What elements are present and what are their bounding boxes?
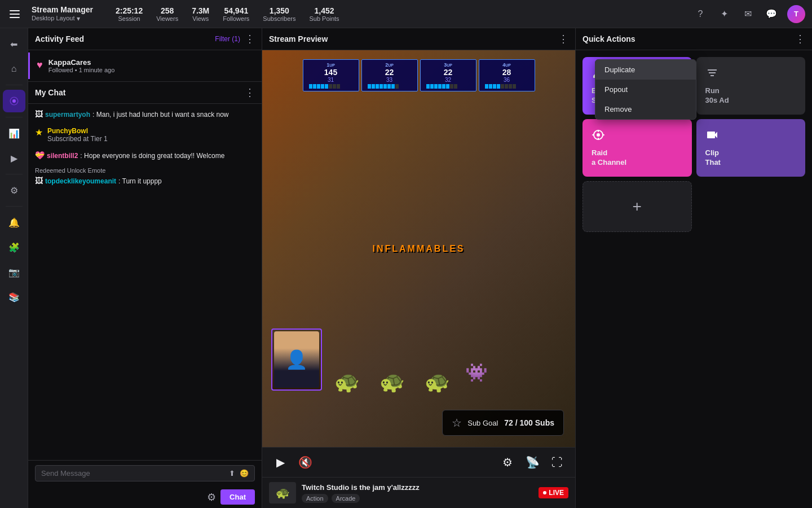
qa-card-clip[interactable]: ClipThat xyxy=(696,119,806,177)
cast-button[interactable]: 📡 xyxy=(523,453,541,471)
chat-send-button[interactable]: Chat xyxy=(220,489,255,505)
nav-stat-label: Session xyxy=(118,15,140,22)
qa-card-add[interactable]: + xyxy=(582,181,692,232)
sub-goal-overlay: ☆ Sub Goal 72 / 100 Subs xyxy=(442,410,564,436)
run-ad-label: Run30s Ad xyxy=(705,86,797,106)
chat-icon[interactable]: 💬 xyxy=(764,6,779,22)
sidebar-item-video[interactable]: ▶ xyxy=(3,147,25,169)
nav-stat: 258 Viewers xyxy=(156,6,178,22)
stream-preview-panel: Stream Preview ⋮ Duplicate Popout Remove… xyxy=(262,28,575,508)
raid-icon xyxy=(592,128,683,145)
nav-right: ? ✦ ✉ 💬 T xyxy=(692,5,805,23)
nav-stat-value: 54,941 xyxy=(224,6,248,15)
raid-label: Raida Channel xyxy=(592,148,683,168)
redeem-label: Redeemed Unlock Emote xyxy=(35,166,255,175)
nav-stat-label: Viewers xyxy=(156,15,178,22)
chat-settings-button[interactable]: ⚙ xyxy=(207,491,216,503)
turtle-2: 🐢 xyxy=(375,362,409,402)
play-button[interactable]: ▶ xyxy=(271,453,289,471)
heart-icon: ♥ xyxy=(37,59,43,71)
sidebar-item-extensions[interactable]: 🧩 xyxy=(3,236,25,259)
sidebar-item-notifications[interactable]: 🔔 xyxy=(3,211,25,234)
dropdown-item-popout[interactable]: Popout xyxy=(595,80,696,99)
stream-preview-title: Stream Preview xyxy=(269,34,554,43)
activity-item-name: KappaCares xyxy=(48,58,255,67)
live-dot-icon xyxy=(543,491,546,494)
settings-button[interactable]: ⚙ xyxy=(498,453,517,471)
dropdown-arrow-icon[interactable]: ▾ xyxy=(77,15,80,23)
sidebar-item-settings[interactable]: ⚙ xyxy=(3,179,25,202)
quick-actions-header: Quick Actions ⋮ xyxy=(576,28,812,50)
help-icon[interactable]: ? xyxy=(692,6,708,22)
nav-stat: 1,452 Sub Points xyxy=(309,6,339,22)
clip-icon xyxy=(705,128,797,145)
qa-card-run-ad[interactable]: Run30s Ad xyxy=(696,57,806,115)
stream-thumbnail: 🐢 xyxy=(269,482,296,503)
chat-expand-icon[interactable]: ⬆ xyxy=(229,469,235,478)
chat-input-icons: ⬆ 😊 xyxy=(229,469,249,478)
volume-button[interactable]: 🔇 xyxy=(296,453,314,471)
my-chat-panel: My Chat ⋮ 🖼 supermartyoh: Man, i just ha… xyxy=(28,81,262,508)
sidebar-item-home[interactable]: ⬅ xyxy=(3,33,25,55)
nav-stat-value: 7.3M xyxy=(192,6,209,15)
sidebar-item-camera[interactable]: 📷 xyxy=(3,261,25,283)
chat-redeem-event: Redeemed Unlock Emote 🖼 topdecklikeyoume… xyxy=(35,166,255,187)
sidebar-item-dashboard[interactable]: ⌂ xyxy=(3,58,25,80)
stream-tag-arcade[interactable]: Arcade xyxy=(332,494,360,503)
fullscreen-button[interactable]: ⛶ xyxy=(548,453,566,471)
chat-text-4: Turn it upppp xyxy=(122,177,162,185)
main-layout: ⬅ ⌂ 📊 ▶ ⚙ 🔔 🧩 📷 📚 Activity Feed Filter (… xyxy=(0,28,812,508)
sidebar-item-analytics[interactable]: 📊 xyxy=(3,122,25,144)
nav-stat-value: 1,452 xyxy=(315,6,334,15)
nav-stat-value: 258 xyxy=(161,6,174,15)
stream-info-text: Twitch Studio is the jam y'allzzzzz Acti… xyxy=(302,483,533,503)
activity-item-detail: Followed • 1 minute ago xyxy=(48,67,255,73)
magic-icon[interactable]: ✦ xyxy=(716,6,732,22)
game-scoreboard: 1UP 145 31 2UP 22 33 xyxy=(303,59,535,91)
qa-card-raid[interactable]: Raida Channel xyxy=(582,119,692,177)
stream-tag-action[interactable]: Action xyxy=(302,494,328,503)
nav-stat-label: Sub Points xyxy=(309,15,339,22)
star-icon: ★ xyxy=(35,127,43,138)
activity-menu-button[interactable]: ⋮ xyxy=(245,34,255,44)
nav-stat: 7.3M Views xyxy=(192,6,209,22)
chat-username-3: silentbill2 xyxy=(47,151,78,161)
stream-preview-menu-button[interactable]: ⋮ xyxy=(558,34,568,44)
user-avatar[interactable]: T xyxy=(787,5,805,23)
chat-bottom-bar: ⚙ Chat xyxy=(28,486,262,508)
sidebar-divider-4 xyxy=(6,206,23,207)
game-enemy: 👾 xyxy=(462,354,491,391)
chat-input-wrapper: ⬆ 😊 xyxy=(35,465,255,481)
chat-input[interactable] xyxy=(41,469,224,478)
score-player-3: 3UP 22 32 xyxy=(420,59,476,91)
sub-goal-text: Sub Goal 72 / 100 Subs xyxy=(467,418,554,427)
sidebar-item-stream[interactable] xyxy=(3,90,25,112)
activity-filter-button[interactable]: Filter (1) xyxy=(215,35,240,43)
chat-text-1: Man, i just had lunch but i want a snack… xyxy=(96,111,229,119)
mail-icon[interactable]: ✉ xyxy=(740,6,756,22)
sidebar-item-docs[interactable]: 📚 xyxy=(3,286,25,308)
dropdown-item-remove[interactable]: Remove xyxy=(595,99,696,119)
stream-video-area: 1UP 145 31 2UP 22 33 xyxy=(262,50,575,447)
turtle-1: 🐢 xyxy=(330,362,364,402)
nav-stat-label: Subscribers xyxy=(263,15,295,22)
activity-feed-title: Activity Feed xyxy=(35,34,210,43)
chat-emoji-icon[interactable]: 😊 xyxy=(240,469,249,478)
stream-preview-header: Stream Preview ⋮ xyxy=(262,28,575,50)
sidebar: ⬅ ⌂ 📊 ▶ ⚙ 🔔 🧩 📷 📚 xyxy=(0,28,28,508)
streamer-camera: 👤 xyxy=(271,329,322,391)
nav-brand: Stream Manager Desktop Layout ▾ xyxy=(32,5,93,23)
chat-message-4: 🖼 topdecklikeyoumeanit: Turn it upppp xyxy=(35,175,255,187)
quick-actions-menu-button[interactable]: ⋮ xyxy=(795,34,805,44)
svg-point-2 xyxy=(597,133,600,137)
live-badge: LIVE xyxy=(539,487,568,498)
chat-menu-button[interactable]: ⋮ xyxy=(245,87,255,98)
sidebar-divider xyxy=(6,85,23,85)
menu-button[interactable] xyxy=(7,6,23,22)
chat-messages: 🖼 supermartyoh: Man, i just had lunch bu… xyxy=(28,104,262,460)
cam-person: 👤 xyxy=(274,331,319,388)
nav-stat-label: Followers xyxy=(223,15,249,22)
chat-message-1: 🖼 supermartyoh: Man, i just had lunch bu… xyxy=(35,108,255,120)
stage-label: INFLAMMABLES xyxy=(373,244,465,254)
dropdown-item-duplicate[interactable]: Duplicate xyxy=(595,60,696,80)
